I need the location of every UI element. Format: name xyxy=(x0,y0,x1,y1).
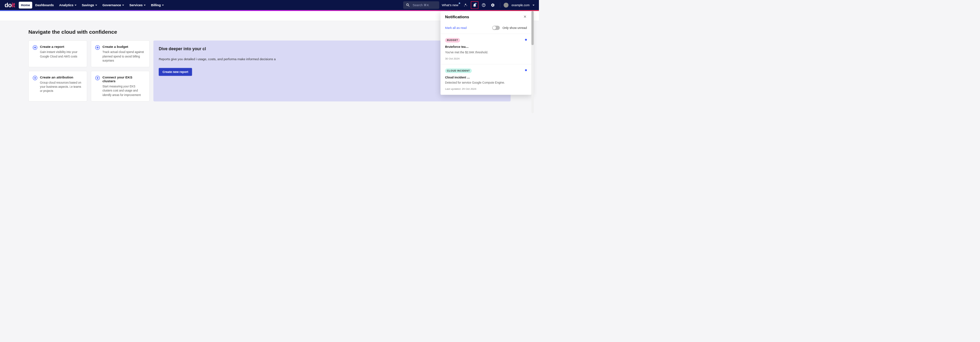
topbar: doit Home Dashboards Analytics Savings G… xyxy=(0,0,539,10)
plus-icon xyxy=(95,45,100,49)
logo[interactable]: doit xyxy=(5,2,15,9)
card-title: Create a report xyxy=(40,45,83,49)
notification-desc: Detected for service Google Compute Engi… xyxy=(445,81,527,84)
plus-icon xyxy=(33,76,37,80)
plus-icon xyxy=(95,76,100,80)
notifications-title: Notifications xyxy=(445,15,469,19)
card-desc: Gain instant visibility into your Google… xyxy=(40,50,83,59)
nav-savings[interactable]: Savings xyxy=(80,2,100,9)
page-title: Navigate the cloud with confidence xyxy=(29,29,511,35)
avatar[interactable] xyxy=(503,3,508,8)
notification-date: Last updated: 29 Oct 2024 xyxy=(445,87,527,90)
card-create-budget[interactable]: Create a budget Track actual cloud spend… xyxy=(91,41,150,67)
gear-icon xyxy=(491,3,495,7)
help-icon xyxy=(482,3,486,7)
card-title: Create an attribution xyxy=(40,75,83,79)
notification-item[interactable]: CLOUD INCIDENT Cloud incident … Detected… xyxy=(441,64,531,95)
account-domain[interactable]: example.com xyxy=(511,3,529,7)
plus-icon xyxy=(33,45,37,49)
scrollbar-thumb[interactable] xyxy=(531,11,534,45)
card-desc: Start measuring your EKS clusters cost a… xyxy=(103,84,145,97)
card-desc: Track actual cloud spend against planned… xyxy=(103,50,145,63)
chevron-down-icon xyxy=(122,5,124,5)
card-desc: Group cloud resources based on your busi… xyxy=(40,80,83,93)
card-connect-eks[interactable]: Connect your EKS clusters Start measurin… xyxy=(91,71,150,101)
create-new-report-button[interactable]: Create new report xyxy=(159,68,192,76)
nav-governance[interactable]: Governance xyxy=(100,2,126,9)
close-icon xyxy=(523,15,527,19)
notification-badge: CLOUD INCIDENT xyxy=(445,68,472,73)
notifications-list[interactable]: BUDGET Bruteforce tea… You've met the $2… xyxy=(441,34,531,95)
unread-indicator xyxy=(525,39,527,41)
notification-indicator xyxy=(475,3,476,4)
chevron-down-icon xyxy=(162,5,164,5)
card-create-report[interactable]: Create a report Gain instant visibility … xyxy=(29,41,88,67)
chevron-down-icon xyxy=(75,5,77,5)
settings-button[interactable] xyxy=(489,2,496,9)
nav-dashboards[interactable]: Dashboards xyxy=(33,2,56,9)
search-input[interactable]: Search ⌘K xyxy=(403,2,439,9)
nav-home[interactable]: Home xyxy=(19,2,32,9)
nav-analytics[interactable]: Analytics xyxy=(57,2,79,9)
close-button[interactable] xyxy=(523,15,527,19)
mark-all-read-link[interactable]: Mark all as read xyxy=(445,26,467,30)
main-nav: Home Dashboards Analytics Savings Govern… xyxy=(19,2,166,9)
notifications-button[interactable] xyxy=(471,2,478,9)
search-icon xyxy=(406,3,410,7)
divider xyxy=(500,2,500,8)
nav-services[interactable]: Services xyxy=(127,2,148,9)
notification-item[interactable]: BUDGET Bruteforce tea… You've met the $2… xyxy=(441,34,531,64)
sparkle-button[interactable] xyxy=(462,2,469,9)
search-placeholder: Search ⌘K xyxy=(412,3,429,7)
chevron-down-icon xyxy=(144,5,146,5)
whats-new-link[interactable]: What's new xyxy=(442,3,459,7)
only-unread-label: Only show unread xyxy=(503,26,527,30)
only-unread-toggle[interactable] xyxy=(492,26,500,30)
unread-indicator xyxy=(525,69,527,71)
scrollbar[interactable] xyxy=(531,11,534,113)
notification-badge: BUDGET xyxy=(445,38,460,43)
chevron-down-icon[interactable] xyxy=(533,5,535,5)
card-create-attribution[interactable]: Create an attribution Group cloud resour… xyxy=(29,71,88,101)
nav-billing[interactable]: Billing xyxy=(149,2,166,9)
chevron-down-icon xyxy=(95,5,97,5)
card-title: Create a budget xyxy=(103,45,145,49)
card-title: Connect your EKS clusters xyxy=(103,75,145,83)
sparkle-icon xyxy=(463,3,468,7)
help-button[interactable] xyxy=(480,2,488,9)
notifications-panel: Notifications Mark all as read Only show… xyxy=(441,11,531,95)
notification-desc: You've met the $2.84K threshold. xyxy=(445,51,527,54)
top-right: What's new example.com xyxy=(442,2,535,9)
notification-title: Cloud incident … xyxy=(445,76,527,79)
notification-date: 30 Oct 2024 xyxy=(445,57,527,60)
notification-title: Bruteforce tea… xyxy=(445,45,527,49)
